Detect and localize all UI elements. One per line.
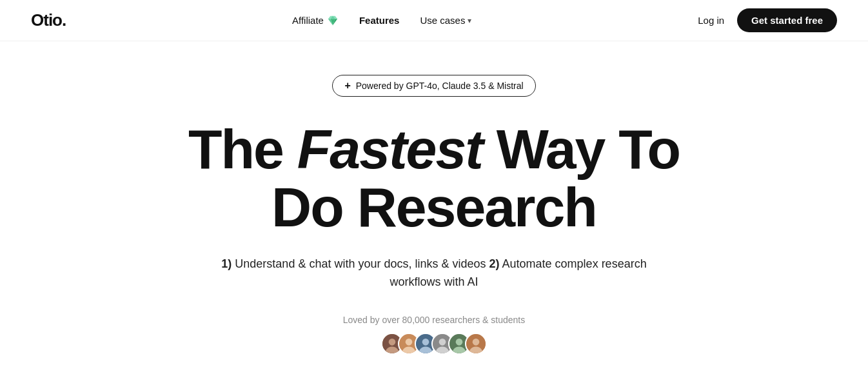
loved-text: Loved by over 80,000 researchers & stude…: [343, 315, 526, 325]
svg-point-9: [456, 339, 463, 346]
avatar: [465, 333, 487, 355]
powered-badge: + Powered by GPT-4o, Claude 3.5 & Mistra…: [332, 75, 535, 97]
avatar-group: [381, 333, 487, 355]
nav-center: Affiliate Features Use cases ▾: [292, 15, 471, 26]
subtitle-text1: Understand & chat with your docs, links …: [232, 257, 489, 270]
logo[interactable]: Otio.: [31, 10, 66, 30]
use-cases-label: Use cases: [420, 15, 465, 26]
subtitle-bold1: 1): [221, 257, 232, 270]
svg-point-7: [439, 339, 446, 346]
subtitle-bold2: 2): [489, 257, 500, 270]
login-button[interactable]: Log in: [698, 15, 724, 26]
plus-icon: +: [344, 80, 350, 92]
svg-point-3: [406, 339, 413, 346]
diamond-icon: [327, 15, 339, 26]
hero-section: + Powered by GPT-4o, Claude 3.5 & Mistra…: [0, 41, 868, 375]
chevron-down-icon: ▾: [468, 16, 471, 25]
svg-point-1: [389, 339, 396, 346]
svg-point-5: [422, 339, 429, 346]
hero-subtitle: 1) Understand & chat with your docs, lin…: [208, 255, 660, 292]
nav-right: Log in Get started free: [698, 8, 837, 32]
get-started-button[interactable]: Get started free: [737, 8, 837, 32]
affiliate-label: Affiliate: [292, 15, 324, 26]
title-italic: Fastest: [297, 118, 482, 180]
hero-title: The Fastest Way ToDo Research: [188, 120, 680, 237]
nav-affiliate-link[interactable]: Affiliate: [292, 15, 339, 26]
navbar: Otio. Affiliate Features Use cases ▾ Log…: [0, 0, 868, 41]
title-part1: The: [188, 118, 297, 180]
svg-point-11: [473, 339, 480, 346]
badge-text: Powered by GPT-4o, Claude 3.5 & Mistral: [356, 81, 524, 91]
nav-features-link[interactable]: Features: [359, 15, 400, 26]
nav-use-cases[interactable]: Use cases ▾: [420, 15, 471, 26]
